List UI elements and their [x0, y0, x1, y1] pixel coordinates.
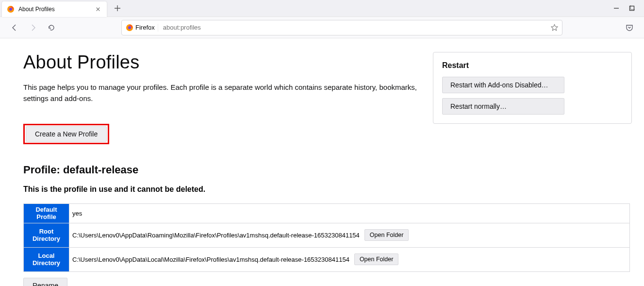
svg-point-5 — [128, 26, 131, 29]
row-header-local: Local Directory — [24, 247, 69, 271]
open-root-folder-button[interactable]: Open Folder — [364, 229, 409, 241]
svg-rect-2 — [630, 6, 634, 11]
page-intro: This page helps you to manage your profi… — [23, 82, 421, 104]
pocket-icon[interactable] — [626, 24, 633, 32]
window-controls — [613, 5, 644, 12]
tab-title: About Profiles — [18, 6, 90, 13]
default-profile-value: yes — [72, 210, 82, 217]
urlbar-brand: Firefox — [135, 24, 155, 31]
restart-addons-disabled-button[interactable]: Restart with Add-ons Disabled… — [442, 77, 564, 93]
close-icon[interactable] — [94, 5, 102, 13]
svg-point-1 — [9, 8, 12, 11]
active-tab[interactable]: About Profiles — [2, 1, 107, 17]
restart-panel: Restart Restart with Add-ons Disabled… R… — [433, 52, 632, 124]
profile-heading: Profile: default-release — [23, 164, 421, 176]
firefox-icon — [7, 5, 15, 13]
forward-button[interactable] — [26, 21, 40, 34]
toolbar: Firefox about:profiles — [0, 17, 644, 38]
restart-heading: Restart — [442, 61, 623, 70]
rename-button[interactable]: Rename — [23, 278, 67, 286]
bookmark-star-icon[interactable] — [551, 24, 558, 31]
profile-inuse-msg: This is the profile in use and it cannot… — [23, 185, 421, 194]
root-dir-value: C:\Users\Lenov0\AppData\Roaming\Mozilla\… — [72, 232, 360, 239]
create-profile-button[interactable]: Create a New Profile — [26, 126, 107, 142]
restart-normally-button[interactable]: Restart normally… — [442, 98, 564, 115]
row-header-default: Default Profile — [24, 203, 69, 223]
page-content: About Profiles This page helps you to ma… — [0, 38, 644, 286]
local-dir-value: C:\Users\Lenov0\AppData\Local\Mozilla\Fi… — [72, 256, 349, 263]
urlbar-address: about:profiles — [161, 24, 548, 31]
reload-button[interactable] — [45, 21, 58, 34]
row-header-root: Root Directory — [24, 223, 69, 247]
new-tab-button[interactable] — [111, 1, 124, 15]
minimize-icon[interactable] — [613, 5, 620, 12]
firefox-icon — [126, 24, 133, 32]
maximize-icon[interactable] — [628, 5, 635, 12]
back-button[interactable] — [8, 21, 21, 34]
identity-box[interactable]: Firefox — [126, 24, 158, 32]
open-local-folder-button[interactable]: Open Folder — [354, 253, 398, 265]
highlight-outline: Create a New Profile — [23, 124, 109, 144]
page-title: About Profiles — [23, 52, 421, 73]
url-bar[interactable]: Firefox about:profiles — [121, 20, 562, 35]
tab-strip: About Profiles — [0, 0, 644, 17]
